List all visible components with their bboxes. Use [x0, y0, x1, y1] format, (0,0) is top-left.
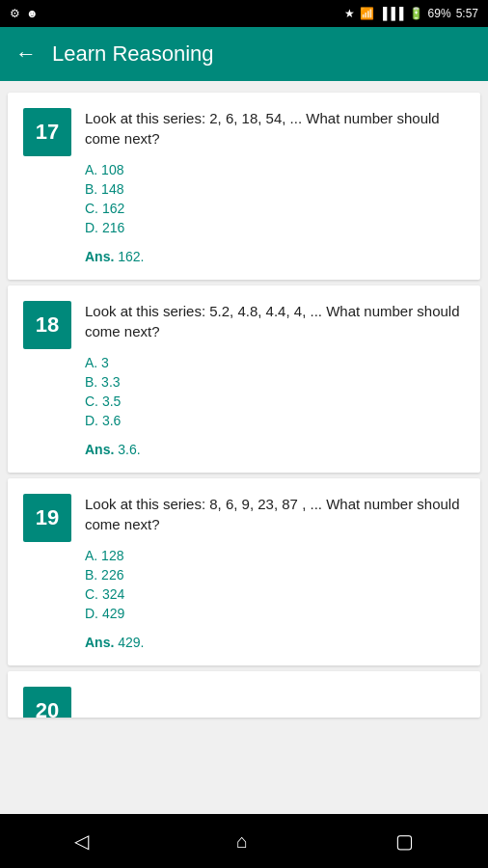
answer-value-17: 162. [118, 249, 144, 264]
partial-question-card: 20 [8, 671, 480, 718]
option-17-C[interactable]: C. 162 [85, 201, 465, 216]
question-body-18: Look at this series: 5.2, 4.8, 4.4, 4, .… [85, 301, 465, 457]
answer-17: Ans. 162. [85, 249, 465, 264]
content-area: 17Look at this series: 2, 6, 18, 54, ...… [0, 81, 488, 814]
option-19-C[interactable]: C. 324 [85, 586, 465, 602]
question-body-19: Look at this series: 8, 6, 9, 23, 87 , .… [85, 494, 465, 650]
question-number-18: 18 [23, 301, 71, 349]
status-left-icons: ⚙ ☻ [10, 7, 39, 20]
status-right-icons: ★ 📶 ▐▐▐ 🔋 69% 5:57 [344, 7, 478, 20]
answer-19: Ans. 429. [85, 635, 465, 650]
option-17-A[interactable]: A. 108 [85, 162, 465, 177]
question-number-17: 17 [23, 108, 71, 156]
battery-icon: 🔋 [409, 7, 423, 20]
nav-bar: ◁ ⌂ ▢ [0, 814, 488, 868]
question-body-17: Look at this series: 2, 6, 18, 54, ... W… [85, 108, 465, 264]
recent-nav-button[interactable]: ▢ [395, 829, 414, 853]
signal-icon: ▐▐▐ [379, 7, 404, 20]
option-19-B[interactable]: B. 226 [85, 567, 465, 583]
answer-value-18: 3.6. [118, 442, 140, 457]
option-19-A[interactable]: A. 128 [85, 548, 465, 563]
option-18-D[interactable]: D. 3.6 [85, 413, 465, 428]
question-card-19: 19Look at this series: 8, 6, 9, 23, 87 ,… [8, 478, 480, 665]
star-icon: ★ [344, 7, 355, 20]
option-19-D[interactable]: D. 429 [85, 606, 465, 621]
status-bar: ⚙ ☻ ★ 📶 ▐▐▐ 🔋 69% 5:57 [0, 0, 488, 27]
question-text-18: Look at this series: 5.2, 4.8, 4.4, 4, .… [85, 301, 465, 341]
option-18-B[interactable]: B. 3.3 [85, 374, 465, 390]
wifi-icon: 📶 [360, 7, 374, 20]
question-card-17: 17Look at this series: 2, 6, 18, 54, ...… [8, 93, 480, 280]
android-icon: ☻ [26, 7, 39, 20]
answer-18: Ans. 3.6. [85, 442, 465, 457]
home-nav-button[interactable]: ⌂ [236, 830, 248, 853]
page-title: Learn Reasoning [52, 41, 214, 67]
options-18: A. 3B. 3.3C. 3.5D. 3.6 [85, 355, 465, 428]
option-18-A[interactable]: A. 3 [85, 355, 465, 370]
battery-percent: 69% [428, 7, 451, 20]
option-17-B[interactable]: B. 148 [85, 181, 465, 197]
back-nav-button[interactable]: ◁ [74, 829, 89, 853]
question-text-19: Look at this series: 8, 6, 9, 23, 87 , .… [85, 494, 465, 534]
time-display: 5:57 [456, 7, 478, 20]
app-bar: ← Learn Reasoning [0, 27, 488, 81]
question-number-19: 19 [23, 494, 71, 542]
options-19: A. 128B. 226C. 324D. 429 [85, 548, 465, 621]
answer-value-19: 429. [118, 635, 144, 650]
usb-icon: ⚙ [10, 7, 20, 20]
question-card-18: 18Look at this series: 5.2, 4.8, 4.4, 4,… [8, 285, 480, 473]
option-17-D[interactable]: D. 216 [85, 220, 465, 235]
options-17: A. 108B. 148C. 162D. 216 [85, 162, 465, 235]
question-text-17: Look at this series: 2, 6, 18, 54, ... W… [85, 108, 465, 149]
option-18-C[interactable]: C. 3.5 [85, 393, 465, 409]
back-button[interactable]: ← [15, 41, 37, 67]
partial-question-number: 20 [23, 687, 71, 718]
